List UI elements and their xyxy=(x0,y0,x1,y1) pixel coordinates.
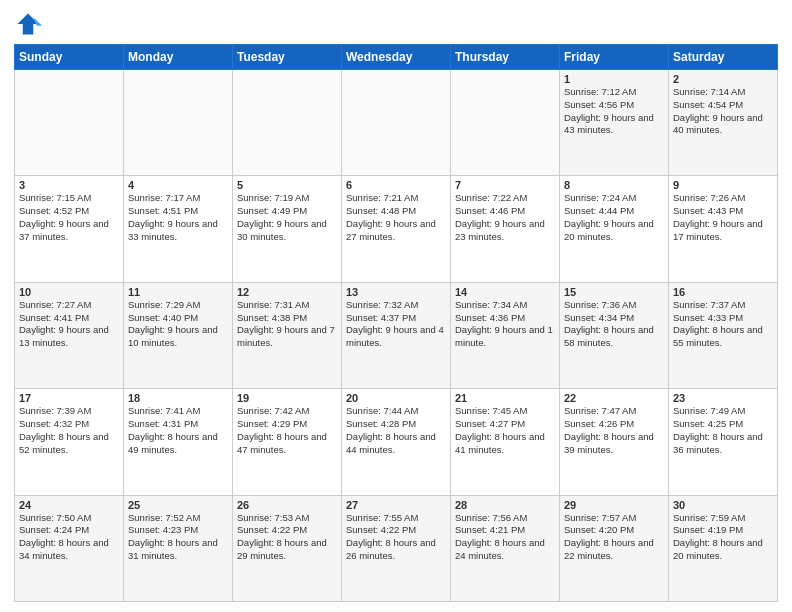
calendar-cell: 29Sunrise: 7:57 AMSunset: 4:20 PMDayligh… xyxy=(560,495,669,601)
day-info: Sunset: 4:27 PM xyxy=(455,418,555,431)
day-info: Sunset: 4:44 PM xyxy=(564,205,664,218)
day-info: Sunset: 4:29 PM xyxy=(237,418,337,431)
day-info: Daylight: 9 hours and 10 minutes. xyxy=(128,324,228,350)
day-info: Sunset: 4:54 PM xyxy=(673,99,773,112)
calendar-header-saturday: Saturday xyxy=(669,45,778,70)
day-info: Sunrise: 7:14 AM xyxy=(673,86,773,99)
calendar-cell: 30Sunrise: 7:59 AMSunset: 4:19 PMDayligh… xyxy=(669,495,778,601)
day-info: Sunrise: 7:26 AM xyxy=(673,192,773,205)
day-info: Daylight: 9 hours and 43 minutes. xyxy=(564,112,664,138)
calendar-cell xyxy=(451,70,560,176)
calendar-cell: 17Sunrise: 7:39 AMSunset: 4:32 PMDayligh… xyxy=(15,389,124,495)
day-info: Sunrise: 7:47 AM xyxy=(564,405,664,418)
day-number: 29 xyxy=(564,499,664,511)
calendar-cell: 20Sunrise: 7:44 AMSunset: 4:28 PMDayligh… xyxy=(342,389,451,495)
day-info: Sunrise: 7:44 AM xyxy=(346,405,446,418)
day-info: Daylight: 8 hours and 29 minutes. xyxy=(237,537,337,563)
day-number: 15 xyxy=(564,286,664,298)
day-info: Sunset: 4:25 PM xyxy=(673,418,773,431)
day-number: 22 xyxy=(564,392,664,404)
day-info: Sunset: 4:51 PM xyxy=(128,205,228,218)
calendar-cell: 27Sunrise: 7:55 AMSunset: 4:22 PMDayligh… xyxy=(342,495,451,601)
day-info: Sunrise: 7:42 AM xyxy=(237,405,337,418)
day-info: Daylight: 8 hours and 39 minutes. xyxy=(564,431,664,457)
calendar-cell xyxy=(342,70,451,176)
calendar-header-tuesday: Tuesday xyxy=(233,45,342,70)
calendar-header-thursday: Thursday xyxy=(451,45,560,70)
calendar-cell: 2Sunrise: 7:14 AMSunset: 4:54 PMDaylight… xyxy=(669,70,778,176)
day-info: Sunrise: 7:59 AM xyxy=(673,512,773,525)
day-info: Daylight: 8 hours and 58 minutes. xyxy=(564,324,664,350)
day-info: Sunrise: 7:19 AM xyxy=(237,192,337,205)
day-info: Sunrise: 7:21 AM xyxy=(346,192,446,205)
day-number: 13 xyxy=(346,286,446,298)
calendar: SundayMondayTuesdayWednesdayThursdayFrid… xyxy=(14,44,778,602)
calendar-cell: 24Sunrise: 7:50 AMSunset: 4:24 PMDayligh… xyxy=(15,495,124,601)
calendar-cell: 3Sunrise: 7:15 AMSunset: 4:52 PMDaylight… xyxy=(15,176,124,282)
day-info: Sunrise: 7:37 AM xyxy=(673,299,773,312)
day-number: 27 xyxy=(346,499,446,511)
calendar-cell xyxy=(15,70,124,176)
calendar-cell: 1Sunrise: 7:12 AMSunset: 4:56 PMDaylight… xyxy=(560,70,669,176)
day-info: Daylight: 8 hours and 52 minutes. xyxy=(19,431,119,457)
calendar-cell: 6Sunrise: 7:21 AMSunset: 4:48 PMDaylight… xyxy=(342,176,451,282)
calendar-header-row: SundayMondayTuesdayWednesdayThursdayFrid… xyxy=(15,45,778,70)
day-info: Sunset: 4:43 PM xyxy=(673,205,773,218)
day-info: Sunset: 4:19 PM xyxy=(673,524,773,537)
day-info: Sunrise: 7:41 AM xyxy=(128,405,228,418)
calendar-cell: 13Sunrise: 7:32 AMSunset: 4:37 PMDayligh… xyxy=(342,282,451,388)
calendar-cell: 9Sunrise: 7:26 AMSunset: 4:43 PMDaylight… xyxy=(669,176,778,282)
calendar-cell: 28Sunrise: 7:56 AMSunset: 4:21 PMDayligh… xyxy=(451,495,560,601)
day-info: Sunset: 4:22 PM xyxy=(346,524,446,537)
day-info: Sunset: 4:40 PM xyxy=(128,312,228,325)
calendar-cell xyxy=(233,70,342,176)
day-info: Sunrise: 7:56 AM xyxy=(455,512,555,525)
calendar-cell: 21Sunrise: 7:45 AMSunset: 4:27 PMDayligh… xyxy=(451,389,560,495)
day-info: Sunset: 4:49 PM xyxy=(237,205,337,218)
day-info: Sunrise: 7:36 AM xyxy=(564,299,664,312)
calendar-cell: 4Sunrise: 7:17 AMSunset: 4:51 PMDaylight… xyxy=(124,176,233,282)
day-number: 23 xyxy=(673,392,773,404)
day-info: Sunset: 4:52 PM xyxy=(19,205,119,218)
day-info: Daylight: 9 hours and 1 minute. xyxy=(455,324,555,350)
svg-marker-0 xyxy=(18,14,39,35)
day-info: Sunset: 4:37 PM xyxy=(346,312,446,325)
day-info: Sunrise: 7:12 AM xyxy=(564,86,664,99)
day-info: Sunrise: 7:22 AM xyxy=(455,192,555,205)
day-info: Sunset: 4:21 PM xyxy=(455,524,555,537)
calendar-cell: 12Sunrise: 7:31 AMSunset: 4:38 PMDayligh… xyxy=(233,282,342,388)
day-number: 12 xyxy=(237,286,337,298)
day-number: 11 xyxy=(128,286,228,298)
day-number: 16 xyxy=(673,286,773,298)
calendar-header-wednesday: Wednesday xyxy=(342,45,451,70)
calendar-cell: 8Sunrise: 7:24 AMSunset: 4:44 PMDaylight… xyxy=(560,176,669,282)
calendar-cell: 26Sunrise: 7:53 AMSunset: 4:22 PMDayligh… xyxy=(233,495,342,601)
day-info: Daylight: 8 hours and 31 minutes. xyxy=(128,537,228,563)
day-info: Daylight: 9 hours and 4 minutes. xyxy=(346,324,446,350)
calendar-week-3: 10Sunrise: 7:27 AMSunset: 4:41 PMDayligh… xyxy=(15,282,778,388)
day-info: Sunset: 4:20 PM xyxy=(564,524,664,537)
day-info: Sunset: 4:33 PM xyxy=(673,312,773,325)
day-info: Sunset: 4:41 PM xyxy=(19,312,119,325)
day-info: Sunrise: 7:34 AM xyxy=(455,299,555,312)
day-info: Sunset: 4:34 PM xyxy=(564,312,664,325)
day-number: 10 xyxy=(19,286,119,298)
day-info: Daylight: 8 hours and 34 minutes. xyxy=(19,537,119,563)
day-info: Sunrise: 7:39 AM xyxy=(19,405,119,418)
day-info: Daylight: 8 hours and 36 minutes. xyxy=(673,431,773,457)
day-info: Sunrise: 7:31 AM xyxy=(237,299,337,312)
calendar-cell: 5Sunrise: 7:19 AMSunset: 4:49 PMDaylight… xyxy=(233,176,342,282)
day-info: Daylight: 9 hours and 27 minutes. xyxy=(346,218,446,244)
day-number: 30 xyxy=(673,499,773,511)
day-info: Sunset: 4:28 PM xyxy=(346,418,446,431)
day-info: Sunset: 4:24 PM xyxy=(19,524,119,537)
day-number: 7 xyxy=(455,179,555,191)
day-info: Sunset: 4:31 PM xyxy=(128,418,228,431)
day-number: 2 xyxy=(673,73,773,85)
page: SundayMondayTuesdayWednesdayThursdayFrid… xyxy=(0,0,792,612)
day-info: Sunrise: 7:49 AM xyxy=(673,405,773,418)
day-number: 8 xyxy=(564,179,664,191)
day-info: Sunrise: 7:50 AM xyxy=(19,512,119,525)
day-info: Daylight: 8 hours and 20 minutes. xyxy=(673,537,773,563)
calendar-week-1: 1Sunrise: 7:12 AMSunset: 4:56 PMDaylight… xyxy=(15,70,778,176)
